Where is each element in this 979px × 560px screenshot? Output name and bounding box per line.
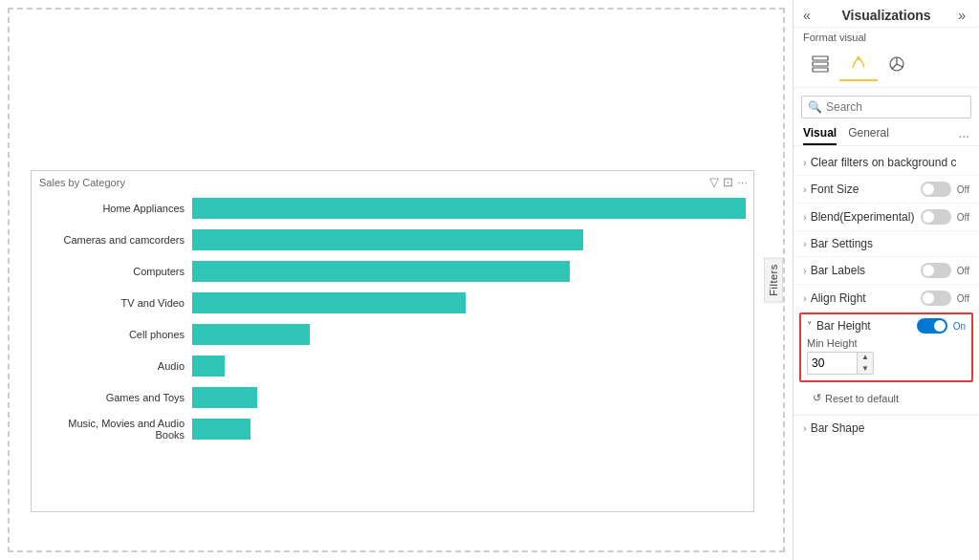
- svg-rect-1: [813, 62, 828, 66]
- panel-title: Visualizations: [841, 8, 930, 23]
- search-box: 🔍: [801, 96, 971, 118]
- option-clear-filters[interactable]: › Clear filters on background c: [794, 150, 979, 176]
- min-height-input[interactable]: [808, 355, 857, 372]
- bar-fill[interactable]: [192, 229, 583, 250]
- bar-label: Cameras and camcorders: [39, 234, 192, 246]
- bar-label: Home Appliances: [39, 203, 192, 214]
- chevron-down-icon: ˅: [807, 320, 813, 333]
- chart-title: Sales by Category: [32, 171, 753, 192]
- chevron-right-icon-3: ›: [803, 211, 807, 223]
- search-icon: 🔍: [808, 100, 822, 114]
- bar-fill[interactable]: [192, 419, 250, 440]
- chart-container: Sales by Category ▽ ⊡ ··· Home Appliance…: [31, 170, 754, 512]
- analytics-icon-button[interactable]: [878, 49, 916, 81]
- bar-labels-toggle-switch[interactable]: [921, 263, 951, 278]
- option-bar-settings-label: › Bar Settings: [803, 237, 873, 250]
- bar-track: [192, 198, 746, 219]
- blend-toggle-switch[interactable]: [921, 209, 951, 225]
- chart-toolbar: ▽ ⊡ ···: [709, 175, 748, 189]
- bar-fill[interactable]: [192, 261, 570, 282]
- bar-track: [192, 355, 746, 377]
- options-list: › Clear filters on background c › Font S…: [794, 146, 979, 560]
- min-height-spinners: ▲ ▼: [857, 352, 873, 375]
- font-size-toggle[interactable]: Off: [921, 182, 969, 197]
- tab-more[interactable]: ···: [958, 128, 969, 143]
- option-bar-labels-label: › Bar Labels: [803, 264, 865, 277]
- bars-area: Home AppliancesCameras and camcordersCom…: [32, 192, 753, 450]
- bar-label: Audio: [39, 360, 192, 372]
- bar-height-section: ˅ Bar Height On Min Height ▲ ▼: [799, 312, 973, 382]
- reset-link[interactable]: ↺ Reset to default: [803, 388, 908, 408]
- align-right-toggle-switch[interactable]: [921, 291, 951, 306]
- chevron-right-icon: ›: [803, 157, 807, 168]
- expand-button[interactable]: »: [958, 8, 966, 23]
- filters-tab[interactable]: Filters: [764, 257, 783, 302]
- option-font-size-label: › Font Size: [803, 183, 859, 196]
- bar-row: TV and Video: [39, 289, 746, 317]
- bar-track: [192, 261, 746, 282]
- chevron-right-icon-5: ›: [803, 265, 807, 276]
- bar-row: Audio: [39, 352, 746, 380]
- tabs-row: Visual General ···: [794, 122, 979, 146]
- bar-fill[interactable]: [192, 387, 257, 408]
- collapse-button[interactable]: «: [803, 8, 811, 23]
- bar-height-toggle[interactable]: On: [917, 318, 966, 334]
- option-font-size[interactable]: › Font Size Off: [794, 176, 979, 204]
- bar-track: [192, 292, 746, 313]
- bar-label: TV and Video: [39, 297, 192, 309]
- bar-track: [192, 387, 746, 408]
- filters-label[interactable]: Filters: [764, 257, 783, 302]
- bar-label: Computers: [39, 266, 192, 277]
- min-height-input-wrap: ▲ ▼: [807, 352, 874, 375]
- option-clear-filters-label: › Clear filters on background c: [803, 156, 956, 169]
- bar-fill[interactable]: [192, 324, 310, 345]
- bar-height-toggle-switch[interactable]: [917, 318, 947, 334]
- filter-icon[interactable]: ▽: [709, 175, 719, 189]
- svg-point-3: [857, 56, 860, 60]
- reset-row[interactable]: ↺ Reset to default: [794, 382, 979, 415]
- option-align-right-label: › Align Right: [803, 291, 866, 305]
- bar-fill[interactable]: [192, 198, 746, 219]
- bar-row: Music, Movies and Audio Books: [39, 415, 746, 443]
- bar-labels-toggle[interactable]: Off: [921, 263, 969, 278]
- format-icon-button[interactable]: [839, 49, 878, 81]
- bar-row: Cameras and camcorders: [39, 226, 746, 254]
- bar-track: [192, 229, 746, 250]
- tab-general[interactable]: General: [848, 126, 889, 145]
- svg-rect-2: [813, 68, 828, 72]
- bar-fill[interactable]: [192, 355, 225, 377]
- format-icons-row: [794, 47, 979, 88]
- table-icon-button[interactable]: [801, 49, 839, 81]
- expand-icon[interactable]: ⊡: [723, 175, 733, 189]
- blend-toggle[interactable]: Off: [921, 209, 969, 225]
- font-size-toggle-switch[interactable]: [921, 182, 951, 197]
- option-bar-settings[interactable]: › Bar Settings: [794, 231, 979, 257]
- bar-fill[interactable]: [192, 292, 466, 313]
- option-align-right[interactable]: › Align Right Off: [794, 285, 979, 312]
- bar-row: Computers: [39, 257, 746, 286]
- bar-label: Games and Toys: [39, 392, 192, 403]
- main-chart-area: Filters Sales by Category ▽ ⊡ ··· Home A…: [8, 8, 785, 552]
- tab-visual[interactable]: Visual: [803, 126, 837, 145]
- bar-label: Music, Movies and Audio Books: [39, 418, 192, 441]
- more-icon[interactable]: ···: [737, 175, 748, 189]
- option-bar-labels[interactable]: › Bar Labels Off: [794, 257, 979, 285]
- align-right-toggle[interactable]: Off: [921, 291, 969, 306]
- right-panel: « Visualizations » Format visual: [793, 0, 979, 560]
- option-bar-shape[interactable]: › Bar Shape: [794, 415, 979, 441]
- panel-header: « Visualizations »: [794, 0, 979, 28]
- bar-height-label: ˅ Bar Height: [807, 319, 871, 333]
- bar-height-toggle-label: On: [953, 321, 966, 332]
- chevron-right-icon-4: ›: [803, 238, 807, 249]
- format-visual-label: Format visual: [794, 28, 979, 47]
- bar-track: [192, 324, 746, 345]
- chevron-right-icon-6: ›: [803, 292, 807, 304]
- search-input[interactable]: [826, 100, 965, 114]
- min-height-label: Min Height: [807, 337, 966, 349]
- svg-rect-0: [813, 56, 828, 60]
- spinner-down-button[interactable]: ▼: [858, 363, 873, 375]
- reset-icon: ↺: [813, 392, 821, 404]
- option-blend[interactable]: › Blend(Experimental) Off: [794, 204, 979, 231]
- bar-height-header[interactable]: ˅ Bar Height On: [807, 318, 966, 334]
- spinner-up-button[interactable]: ▲: [858, 352, 873, 363]
